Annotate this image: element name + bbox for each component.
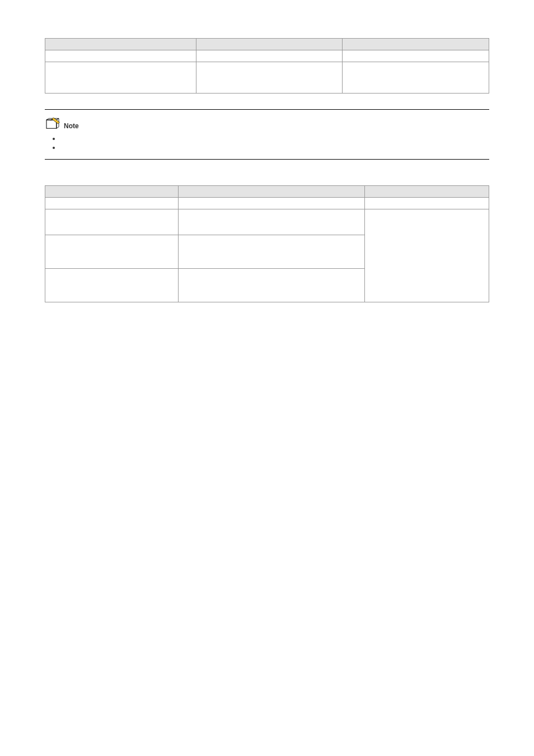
table1-r1c3 [343,50,489,62]
spacer [45,28,489,38]
table1-r1c1 [45,50,196,62]
table2-r2c2 [178,209,364,235]
table-2 [45,185,489,302]
table2-r2c1 [45,209,179,235]
table2-header-2 [178,186,364,198]
table2-r1c1 [45,198,179,209]
table-header-row [45,39,489,50]
note-pencil-icon [45,118,60,130]
table-row [45,209,489,235]
table1-r2c1 [45,62,196,94]
table1-header-3 [343,39,489,50]
table2-r1c3 [364,198,489,209]
list-item [60,143,489,151]
table-row [45,62,489,94]
note-header: Note [45,118,489,130]
note-callout: Note [45,109,489,160]
list-item [60,134,489,142]
table2-header-3 [364,186,489,198]
note-label: Note [64,122,79,130]
table-header-row [45,186,489,198]
table2-header-1 [45,186,179,198]
table-row [45,50,489,62]
table1-header-1 [45,39,196,50]
note-bullet-list [45,134,489,151]
table2-r3c2 [178,235,364,269]
table1-r2c2 [196,62,343,94]
table2-r4c1 [45,269,179,302]
spacer [45,175,489,185]
table2-merged-c3 [364,209,489,302]
table1-r2c3 [343,62,489,94]
table-row [45,198,489,209]
table1-header-2 [196,39,343,50]
table2-r1c2 [178,198,364,209]
table-1 [45,38,489,94]
table1-r1c2 [196,50,343,62]
table2-r3c1 [45,235,179,269]
table2-r4c2 [178,269,364,302]
page-container: Note [45,28,489,302]
